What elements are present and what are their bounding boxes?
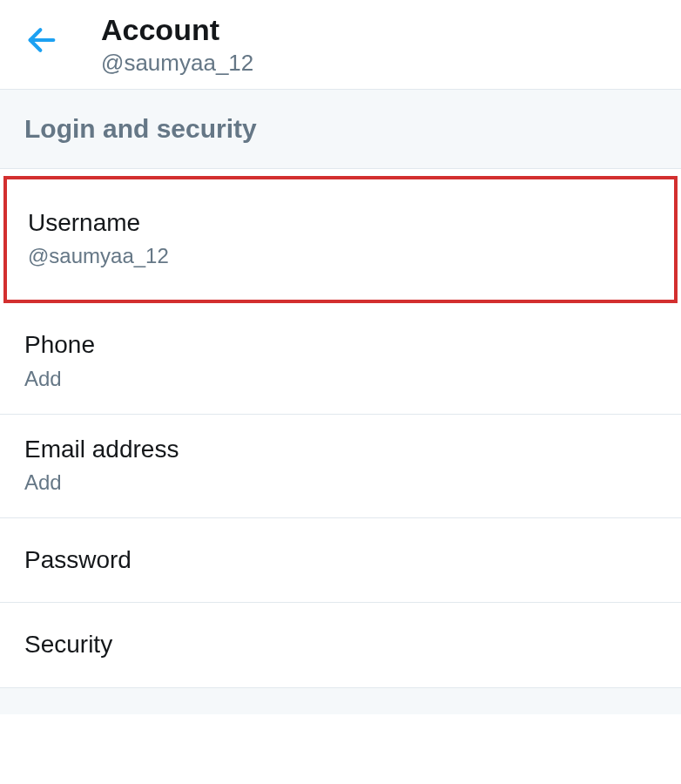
settings-label-phone: Phone <box>24 329 657 361</box>
settings-item-username[interactable]: Username @saumyaa_12 <box>3 176 678 303</box>
settings-label-username: Username <box>28 207 653 239</box>
page-subtitle: @saumyaa_12 <box>101 50 253 77</box>
header: Account @saumyaa_12 <box>0 0 681 90</box>
settings-label-email: Email address <box>24 434 657 465</box>
settings-item-security[interactable]: Security <box>0 603 681 687</box>
settings-label-security: Security <box>24 629 657 660</box>
settings-item-password[interactable]: Password <box>0 518 681 603</box>
bottom-spacer <box>0 688 681 714</box>
section-title: Login and security <box>24 114 657 144</box>
settings-label-password: Password <box>24 544 657 576</box>
settings-value-email: Add <box>24 470 657 495</box>
back-arrow-icon[interactable] <box>24 23 59 57</box>
header-text: Account @saumyaa_12 <box>101 12 253 77</box>
settings-item-email[interactable]: Email address Add <box>0 415 681 518</box>
section-header: Login and security <box>0 90 681 169</box>
settings-value-phone: Add <box>24 367 657 391</box>
page-title: Account <box>101 12 253 48</box>
settings-item-phone[interactable]: Phone Add <box>0 310 681 414</box>
settings-value-username: @saumyaa_12 <box>28 244 653 268</box>
